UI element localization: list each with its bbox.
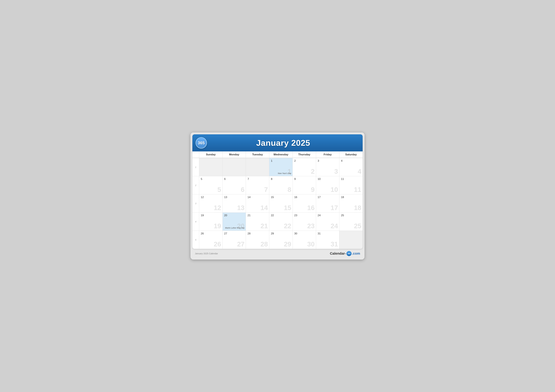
calendar-cell[interactable]: 2929 bbox=[269, 231, 292, 249]
day-number: 18 bbox=[341, 196, 361, 199]
day-number: 15 bbox=[271, 196, 291, 199]
calendar-cell[interactable]: 2727 bbox=[222, 231, 246, 249]
calendar-cell[interactable]: 1313 bbox=[222, 194, 246, 213]
day-number: 22 bbox=[271, 214, 291, 217]
footer-logo-badge: 365 bbox=[346, 251, 351, 256]
footer-brand-pre: Calendar- bbox=[330, 251, 346, 256]
day-watermark: 2 bbox=[311, 168, 314, 175]
calendar-cell[interactable]: 1515 bbox=[269, 194, 292, 213]
footer: January 2025 Calendar Calendar- 365 .com bbox=[192, 249, 363, 258]
calendar-cell[interactable]: 33 bbox=[316, 158, 339, 176]
calendar-cell[interactable]: 2525 bbox=[339, 213, 363, 231]
day-header-fri: Friday bbox=[316, 151, 339, 158]
calendar-container: 365 January 2025 Sunday Monday Tuesday W… bbox=[192, 134, 363, 249]
day-number: 7 bbox=[248, 178, 268, 181]
calendar-cell[interactable]: 3030 bbox=[292, 231, 316, 249]
day-number: 25 bbox=[341, 214, 361, 217]
calendar-cell[interactable]: 2828 bbox=[246, 231, 269, 249]
day-header-sun: Sunday bbox=[199, 151, 222, 158]
calendar-cell[interactable]: 44 bbox=[339, 158, 363, 176]
day-number: 11 bbox=[341, 178, 361, 181]
week-number: 1 bbox=[192, 158, 199, 176]
calendar-cell[interactable]: 2323 bbox=[292, 213, 316, 231]
calendar-cell[interactable]: 1111 bbox=[339, 176, 363, 194]
week-number: 4 bbox=[192, 213, 199, 231]
calendar-cell[interactable]: 2121 bbox=[246, 213, 269, 231]
day-watermark: 29 bbox=[284, 241, 291, 248]
day-watermark: 11 bbox=[354, 186, 361, 193]
calendar-cell[interactable]: 1717 bbox=[316, 194, 339, 213]
day-header-tue: Tuesday bbox=[246, 151, 269, 158]
page-wrapper: 365 January 2025 Sunday Monday Tuesday W… bbox=[190, 132, 365, 260]
day-number: 23 bbox=[294, 214, 314, 217]
day-number: 29 bbox=[271, 232, 291, 235]
day-number: 5 bbox=[201, 178, 221, 181]
calendar-cell[interactable]: 1414 bbox=[246, 194, 269, 213]
day-watermark: 16 bbox=[307, 205, 315, 211]
day-watermark: 23 bbox=[307, 223, 315, 229]
day-watermark: 3 bbox=[334, 168, 338, 175]
day-number: 20 bbox=[224, 214, 244, 217]
day-number: 12 bbox=[201, 196, 221, 199]
day-watermark: 22 bbox=[284, 223, 291, 229]
day-watermark: 25 bbox=[354, 223, 361, 229]
day-watermark: 7 bbox=[264, 186, 268, 193]
day-watermark: 13 bbox=[237, 205, 245, 211]
calendar-cell[interactable]: 88 bbox=[269, 176, 292, 194]
day-watermark: 12 bbox=[214, 205, 221, 211]
day-watermark: 14 bbox=[260, 205, 268, 211]
calendar-cell[interactable]: 99 bbox=[292, 176, 316, 194]
day-number: 1 bbox=[271, 159, 291, 163]
day-watermark: 27 bbox=[237, 241, 245, 248]
day-watermark: 17 bbox=[331, 205, 338, 211]
calendar-cell[interactable]: 1616 bbox=[292, 194, 316, 213]
calendar-cell[interactable]: 2222 bbox=[269, 213, 292, 231]
calendar-cell[interactable]: 2626 bbox=[199, 231, 222, 249]
holiday-label: New Year's Day bbox=[278, 172, 291, 174]
calendar-cell[interactable] bbox=[199, 158, 222, 176]
calendar-cell[interactable]: 1010 bbox=[316, 176, 339, 194]
calendar-cell[interactable] bbox=[222, 158, 246, 176]
calendar-cell[interactable]: 2020Martin Luther King Day bbox=[222, 213, 246, 231]
day-watermark: 26 bbox=[214, 241, 221, 248]
day-number: 9 bbox=[294, 178, 314, 181]
day-number: 14 bbox=[248, 196, 268, 199]
day-watermark: 18 bbox=[354, 205, 361, 211]
day-watermark: 6 bbox=[241, 186, 244, 193]
day-number: 4 bbox=[341, 159, 361, 163]
logo-badge: 365 bbox=[196, 137, 207, 149]
day-watermark: 15 bbox=[284, 205, 291, 211]
calendar-cell[interactable]: 66 bbox=[222, 176, 246, 194]
day-header-sat: Saturday bbox=[339, 151, 363, 158]
calendar-cell[interactable] bbox=[246, 158, 269, 176]
day-number: 30 bbox=[294, 232, 314, 235]
footer-brand-post: .com bbox=[352, 251, 360, 256]
day-number: 27 bbox=[224, 232, 244, 235]
day-header-mon: Monday bbox=[222, 151, 246, 158]
calendar-cell[interactable]: 11New Year's Day bbox=[269, 158, 292, 176]
calendar-cell[interactable]: 3131 bbox=[316, 231, 339, 249]
day-header-wed: Wednesday bbox=[269, 151, 292, 158]
calendar-header: 365 January 2025 bbox=[192, 134, 363, 151]
calendar-cell[interactable] bbox=[339, 231, 363, 249]
calendar-cell[interactable]: 22 bbox=[292, 158, 316, 176]
day-number: 13 bbox=[224, 196, 244, 199]
calendar-cell[interactable]: 1212 bbox=[199, 194, 222, 213]
day-headers-row: Sunday Monday Tuesday Wednesday Thursday… bbox=[192, 151, 363, 158]
day-watermark: 4 bbox=[358, 168, 361, 175]
day-watermark: 19 bbox=[214, 223, 221, 229]
day-number: 26 bbox=[201, 232, 221, 235]
calendar-cell[interactable]: 77 bbox=[246, 176, 269, 194]
day-watermark: 28 bbox=[260, 241, 268, 248]
calendar-cell[interactable]: 1818 bbox=[339, 194, 363, 213]
calendar-cell[interactable]: 2424 bbox=[316, 213, 339, 231]
day-number: 8 bbox=[271, 178, 291, 181]
day-watermark: 8 bbox=[287, 186, 291, 193]
calendar-cell[interactable]: 55 bbox=[199, 176, 222, 194]
week-num-header bbox=[192, 151, 199, 158]
calendar-cell[interactable]: 1919 bbox=[199, 213, 222, 231]
day-number: 6 bbox=[224, 178, 244, 181]
day-number: 2 bbox=[294, 159, 314, 163]
day-watermark: 30 bbox=[307, 241, 315, 248]
day-number: 19 bbox=[201, 214, 221, 217]
